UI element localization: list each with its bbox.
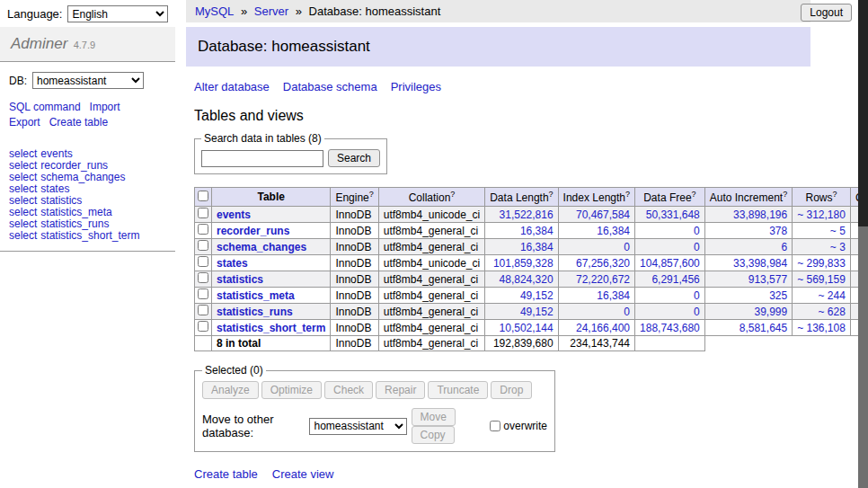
sidebar-table-link[interactable]: statistics_runs <box>40 217 109 230</box>
sidebar-select-link[interactable]: select <box>9 229 37 242</box>
index-length-value-link[interactable]: 24,166,400 <box>576 322 630 334</box>
data-free-value-link[interactable]: 0 <box>694 225 700 237</box>
db-action-link[interactable]: Alter database <box>194 80 270 93</box>
sidebar-table-link[interactable]: events <box>40 147 72 160</box>
sidebar-table-link[interactable]: statistics <box>40 194 82 207</box>
rows-value-link[interactable]: ~ 5 <box>830 225 846 237</box>
table-name-link[interactable]: recorder_runs <box>217 225 289 237</box>
column-help-link[interactable]: ? <box>450 190 455 199</box>
rows-value-link[interactable]: ~ 628 <box>819 306 846 318</box>
bulk-truncate-button[interactable]: Truncate <box>428 381 488 399</box>
data-length-value-link[interactable]: 31,522,816 <box>500 209 554 221</box>
row-checkbox[interactable] <box>198 240 208 251</box>
sidebar-link[interactable]: Import <box>90 101 120 113</box>
breadcrumb-link[interactable]: MySQL <box>195 4 234 18</box>
row-checkbox[interactable] <box>198 224 208 235</box>
scrollbar[interactable] <box>858 0 868 488</box>
language-select[interactable]: English <box>67 5 168 22</box>
sidebar-link[interactable]: Create table <box>49 116 108 129</box>
search-button[interactable]: Search <box>328 149 380 167</box>
rows-value-link[interactable]: ~ 312,180 <box>797 209 846 221</box>
data-free-value-link[interactable]: 104,857,600 <box>640 257 700 270</box>
data-length-value-link[interactable]: 49,152 <box>520 306 554 318</box>
sidebar-select-link[interactable]: select <box>9 159 37 172</box>
sidebar-table-link[interactable]: statistics_short_term <box>40 229 139 242</box>
table-name-link[interactable]: statistics_runs <box>217 306 293 318</box>
rows-value-link[interactable]: ~ 244 <box>819 289 846 302</box>
data-free-value-link[interactable]: 188,743,680 <box>640 322 700 334</box>
row-checkbox[interactable] <box>198 208 208 218</box>
index-length-value-link[interactable]: 16,384 <box>597 225 630 237</box>
rows-value-link[interactable]: ~ 136,108 <box>797 322 846 334</box>
auto-increment-value-link[interactable]: 378 <box>769 225 787 237</box>
auto-increment-value-link[interactable]: 33,398,984 <box>733 257 787 270</box>
bulk-check-button[interactable]: Check <box>324 381 373 399</box>
bulk-analyze-button[interactable]: Analyze <box>202 381 259 399</box>
footer-link[interactable]: Create view <box>272 467 334 481</box>
rows-value-link[interactable]: ~ 3 <box>830 241 846 253</box>
sidebar-select-link[interactable]: select <box>9 147 37 160</box>
search-input[interactable] <box>201 150 323 167</box>
auto-increment-value-link[interactable]: 6 <box>781 241 787 253</box>
data-length-value-link[interactable]: 101,859,328 <box>493 257 554 270</box>
sidebar-select-link[interactable]: select <box>9 206 37 218</box>
adminer-logo-link[interactable]: Adminer <box>11 35 67 52</box>
column-help-link[interactable]: ? <box>549 190 554 199</box>
sidebar-table-link[interactable]: schema_changes <box>40 171 125 183</box>
data-free-value-link[interactable]: 50,331,648 <box>646 209 700 221</box>
select-all-checkbox[interactable] <box>198 191 208 201</box>
db-select[interactable]: homeassistant <box>32 72 144 89</box>
sidebar-select-link[interactable]: select <box>9 194 37 207</box>
data-length-value-link[interactable]: 16,384 <box>520 225 554 237</box>
index-length-value-link[interactable]: 67,256,320 <box>576 257 630 270</box>
rows-value-link[interactable]: ~ 569,159 <box>797 273 846 286</box>
move-move-button[interactable]: Move <box>412 408 456 426</box>
data-length-value-link[interactable]: 16,384 <box>520 241 554 253</box>
data-free-value-link[interactable]: 0 <box>694 306 700 318</box>
index-length-value-link[interactable]: 70,467,584 <box>576 209 630 221</box>
overwrite-checkbox[interactable] <box>490 421 500 431</box>
auto-increment-value-link[interactable]: 8,581,645 <box>740 322 787 334</box>
sidebar-select-link[interactable]: select <box>9 182 37 195</box>
data-free-value-link[interactable]: 6,291,456 <box>651 273 699 286</box>
column-help-link[interactable]: ? <box>833 190 837 199</box>
bulk-drop-button[interactable]: Drop <box>491 381 532 399</box>
table-name-link[interactable]: schema_changes <box>217 241 306 253</box>
bulk-repair-button[interactable]: Repair <box>376 381 425 399</box>
data-length-value-link[interactable]: 48,824,320 <box>500 273 554 286</box>
sidebar-table-link[interactable]: recorder_runs <box>40 159 108 172</box>
db-action-link[interactable]: Database schema <box>283 80 377 93</box>
auto-increment-value-link[interactable]: 325 <box>769 289 787 302</box>
footer-link[interactable]: Create table <box>194 467 258 481</box>
index-length-value-link[interactable]: 72,220,672 <box>576 273 630 286</box>
sidebar-link[interactable]: Export <box>9 116 40 129</box>
sidebar-select-link[interactable]: select <box>9 171 37 183</box>
column-help-link[interactable]: ? <box>625 190 630 199</box>
scrollbar-thumb[interactable] <box>858 0 868 226</box>
logout-button[interactable]: Logout <box>801 4 852 22</box>
row-checkbox[interactable] <box>198 321 208 332</box>
row-checkbox[interactable] <box>198 288 208 299</box>
sidebar-select-link[interactable]: select <box>9 217 37 230</box>
index-length-value-link[interactable]: 0 <box>624 241 630 253</box>
column-help-link[interactable]: ? <box>369 190 374 199</box>
table-name-link[interactable]: states <box>217 257 248 270</box>
data-free-value-link[interactable]: 0 <box>694 289 700 302</box>
overwrite-option[interactable]: overwrite <box>490 420 547 432</box>
auto-increment-value-link[interactable]: 33,898,196 <box>733 209 787 221</box>
table-name-link[interactable]: statistics_short_term <box>217 322 325 334</box>
row-checkbox[interactable] <box>198 256 208 267</box>
data-free-value-link[interactable]: 0 <box>694 241 700 253</box>
data-length-value-link[interactable]: 49,152 <box>520 289 554 302</box>
auto-increment-value-link[interactable]: 913,577 <box>748 273 787 286</box>
column-help-link[interactable]: ? <box>783 190 787 199</box>
move-copy-button[interactable]: Copy <box>412 426 455 444</box>
db-action-link[interactable]: Privileges <box>391 80 441 93</box>
index-length-value-link[interactable]: 0 <box>624 306 630 318</box>
index-length-value-link[interactable]: 16,384 <box>597 289 630 302</box>
table-name-link[interactable]: statistics_meta <box>217 289 295 302</box>
move-db-select[interactable]: homeassistant <box>309 418 406 435</box>
rows-value-link[interactable]: ~ 299,833 <box>797 257 846 270</box>
auto-increment-value-link[interactable]: 39,999 <box>754 306 787 318</box>
row-checkbox[interactable] <box>198 305 208 315</box>
